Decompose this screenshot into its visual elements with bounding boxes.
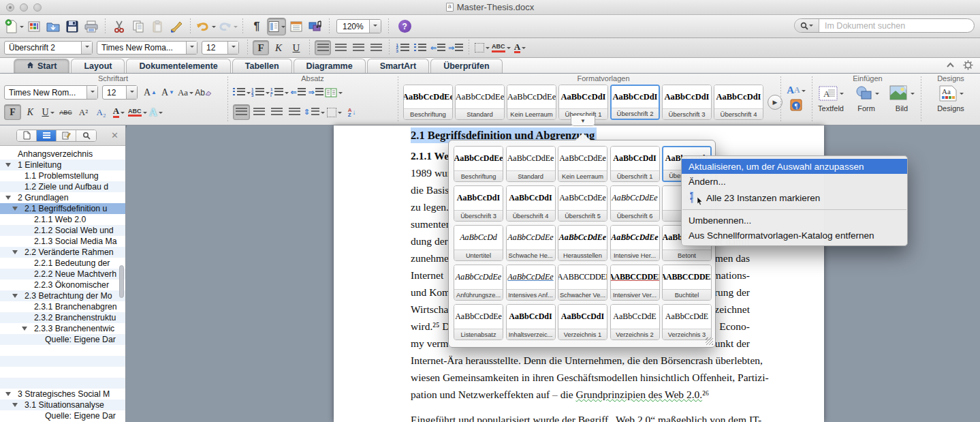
style-card-überschrift-3[interactable]: AaBbCcDdIÜberschrift 3	[662, 85, 712, 120]
disclosure-triangle-icon[interactable]	[5, 196, 11, 200]
format-painter-button[interactable]	[168, 18, 185, 35]
menu-item-alle-23-instanzen-markieren[interactable]: ¶¶Alle 23 Instanzen markieren	[682, 189, 907, 207]
style-card-überschrift-4[interactable]: AaBbCcDdIÜberschrift 4	[714, 85, 763, 120]
tab-überprüfen[interactable]: Überprüfen	[430, 59, 502, 73]
sidebar-item-1-1-problemstellung[interactable]: 1.1 Problemstellung	[0, 170, 125, 181]
style-card-anführungsze[interactable]: AaBbCcDdEeAnführungsze...	[454, 265, 503, 301]
ribbon-align-right-button[interactable]	[268, 104, 285, 120]
style-card-intensiver-ver[interactable]: AABBCCDDEIIntensiver Ver...	[610, 265, 660, 301]
themes-button[interactable]: Aa Designs	[929, 85, 973, 112]
tab-diagramme[interactable]: Diagramme	[294, 59, 366, 73]
sidebar-item-anhangsverzeichnis[interactable]: Anhangsverzeichnis	[0, 149, 125, 160]
bullet-list-button[interactable]	[412, 40, 428, 55]
sidebar-item-2-3-3-branchenentwic[interactable]: 2.3.3 Branchenentwic	[0, 323, 125, 334]
ribbon-settings-gear-icon[interactable]	[963, 60, 973, 70]
style-card-listenabsatz[interactable]: AaBbCcDdEeListenabsatz	[454, 304, 503, 340]
sidebar-item-2-1-1-web-2-0[interactable]: 2.1.1 Web 2.0	[0, 214, 125, 225]
undo-button[interactable]	[195, 18, 216, 35]
align-center-button[interactable]	[332, 40, 349, 55]
sidebar-item-2-2-2-neue-machtverh[interactable]: 2.2.2 Neue Machtverh	[0, 269, 125, 280]
increase-indent-button[interactable]: ⇒	[447, 40, 464, 55]
disclosure-triangle-icon[interactable]	[22, 327, 27, 331]
sidebar-item-2-1-3-social-media-ma[interactable]: 2.1.3 Social Media Ma	[0, 236, 125, 247]
sidebar-item-2-grundlagen[interactable]: 2 Grundlagen	[0, 192, 125, 203]
style-card-verzeichnis-1[interactable]: AaBbCcDdIVerzeichnis 1	[558, 304, 607, 340]
sidebar-item-quelle-eigene-dar[interactable]: Quelle: Eigene Dar	[0, 410, 125, 421]
disclosure-triangle-icon[interactable]	[12, 250, 18, 254]
change-case-dropdown[interactable]: Aa	[177, 85, 194, 100]
disclosure-triangle-icon[interactable]	[12, 403, 18, 407]
ribbon-underline-dropdown[interactable]: U	[39, 104, 57, 120]
text-effects-dropdown[interactable]: A	[148, 104, 165, 120]
style-card-überschrift-2[interactable]: AaBbCcDdIÜberschrift 2	[610, 85, 660, 120]
new-document-button[interactable]	[5, 18, 24, 35]
search-scope-button[interactable]	[795, 18, 819, 33]
copy-button[interactable]	[129, 18, 147, 35]
print-button[interactable]	[82, 18, 100, 35]
style-card-verzeichnis-2[interactable]: AaBbCcDdEVerzeichnis 2	[610, 304, 660, 340]
ribbon-align-center-button[interactable]	[251, 104, 268, 120]
review-tab[interactable]	[57, 130, 76, 141]
clear-formatting-button[interactable]: Ab	[195, 85, 212, 100]
columns-dropdown[interactable]	[325, 85, 343, 100]
sidebar-item-2-3-betrachtung-der-mo[interactable]: 2.3 Betrachtung der Mo	[0, 290, 125, 301]
bullets-dropdown[interactable]	[233, 85, 251, 100]
change-styles-aa-button[interactable]: AA	[787, 85, 806, 96]
bold-button[interactable]: F	[253, 40, 269, 55]
open-button[interactable]	[44, 18, 62, 35]
style-card-überschrift-5[interactable]: AaBbCcDdEeÜberschrift 5	[558, 185, 607, 222]
ribbon-font-combobox[interactable]: Times New Rom...	[4, 85, 98, 100]
panel-resize-handle[interactable]	[706, 337, 713, 345]
style-card-untertitel[interactable]: AaBbCcDdUntertitel	[454, 225, 503, 261]
borders-dropdown[interactable]	[474, 40, 490, 55]
template-gallery-button[interactable]	[25, 18, 43, 35]
layout-view-button[interactable]	[267, 18, 286, 35]
numbering-dropdown[interactable]: 123	[251, 85, 270, 100]
style-card-standard[interactable]: AaBbCcDdEeStandard	[455, 85, 505, 120]
font-size-combobox[interactable]: 12	[202, 41, 239, 55]
highlight-dropdown[interactable]: ABC	[492, 40, 511, 55]
thumbnails-tab[interactable]	[17, 130, 37, 141]
menu-item-aus-schnellformatvorlagen-katalog-entfernen[interactable]: Aus Schnellformatvorlagen-Katalog entfer…	[682, 228, 907, 243]
style-gallery-dropdown-trigger[interactable]: ▼	[571, 116, 595, 126]
tab-tabellen[interactable]: Tabellen	[232, 59, 292, 73]
sidebar-item-2-3-1-branchenabgren[interactable]: 2.3.1 Branchenabgren	[0, 301, 125, 312]
style-card-intensives-anf[interactable]: AaBbCcDdEeIntensives Anf...	[506, 265, 556, 301]
shape-button[interactable]: Form	[849, 85, 884, 112]
disclosure-triangle-icon[interactable]	[12, 207, 18, 211]
style-card-kein-leerraum[interactable]: AaBbCcDdEeKein Leerraum	[558, 146, 607, 182]
shrink-font-button[interactable]: A▼	[159, 85, 176, 100]
style-card-überschrift-1[interactable]: AaBbCcDdIÜberschrift 1	[610, 146, 660, 182]
zoom-combobox[interactable]: 120%	[336, 19, 381, 33]
style-card-überschrift-4[interactable]: AaBbCcDdIÜberschrift 4	[506, 185, 556, 222]
decrease-indent-button[interactable]: ⇐	[430, 40, 446, 55]
textbox-button[interactable]: A Textfeld	[813, 85, 849, 112]
sort-button[interactable]: AZ↓	[343, 104, 360, 120]
help-button[interactable]: ?	[398, 20, 411, 33]
sidebar-item-quelle-eigene-dar[interactable]: Quelle: Eigene Dar	[0, 334, 125, 345]
style-card-intensive-her[interactable]: AaBbCcDdEeIntensive Her...	[610, 225, 660, 261]
style-card-beschriftung[interactable]: AaBbCcDdEeBeschriftung	[454, 146, 503, 182]
ribbon-increase-indent-button[interactable]: ⇒	[307, 85, 324, 100]
search-field[interactable]	[794, 18, 975, 33]
ribbon-font-caret[interactable]	[86, 86, 97, 99]
tab-dokumentelemente[interactable]: Dokumentelemente	[126, 59, 230, 73]
sidebar-item-3-strategisches-social-m[interactable]: 3 Strategisches Social M	[0, 389, 125, 400]
font-caret-button[interactable]	[186, 42, 197, 54]
multilevel-list-dropdown[interactable]: 1ai	[270, 85, 289, 100]
font-size-caret-button[interactable]	[227, 42, 238, 54]
ribbon-size-caret[interactable]	[126, 86, 137, 99]
menu-item-umbenennen[interactable]: Umbenennen...	[682, 213, 907, 228]
tab-start[interactable]: Start	[14, 59, 69, 73]
sidebar-item-2-1-begriffsdefinition-u[interactable]: 2.1 Begriffsdefinition u	[0, 203, 125, 214]
ribbon-align-left-button[interactable]	[233, 104, 250, 120]
style-card-beschriftung[interactable]: AaBbCcDdEeBeschriftung	[403, 85, 453, 120]
style-card-überschrift-3[interactable]: AaBbCcDdIÜberschrift 3	[454, 185, 503, 222]
tab-layout[interactable]: Layout	[71, 59, 125, 73]
save-button[interactable]	[63, 18, 81, 35]
ribbon-font-color-dropdown[interactable]: A	[110, 104, 127, 120]
disclosure-triangle-icon[interactable]	[5, 392, 11, 396]
align-right-button[interactable]	[350, 40, 366, 55]
strikethrough-button[interactable]: ABC	[57, 104, 74, 120]
sidebar-item-2-2-veränderte-rahmen[interactable]: 2.2 Veränderte Rahmen	[0, 247, 125, 258]
